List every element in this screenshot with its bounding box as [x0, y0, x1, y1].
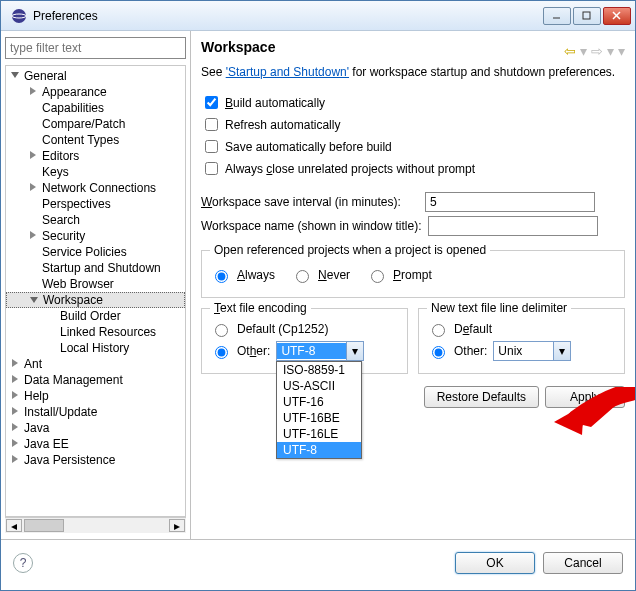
tree-item[interactable]: Search [6, 212, 185, 228]
tree-item[interactable]: Appearance [6, 84, 185, 100]
tree-item[interactable]: Help [6, 388, 185, 404]
encoding-option[interactable]: US-ASCII [277, 378, 361, 394]
tree-item[interactable]: Java EE [6, 436, 185, 452]
default-delim-radio[interactable] [432, 324, 445, 337]
scroll-right-icon[interactable]: ▸ [169, 519, 185, 532]
dropdown-icon[interactable]: ▾ [553, 342, 570, 360]
triangle-right-icon [10, 390, 20, 400]
wsname-input[interactable] [428, 216, 598, 236]
tree-label: Content Types [42, 133, 119, 147]
tree-item[interactable]: Install/Update [6, 404, 185, 420]
encoding-option[interactable]: UTF-16 [277, 394, 361, 410]
tree-horizontal-scrollbar[interactable]: ◂ ▸ [5, 517, 186, 533]
triangle-right-icon [28, 230, 38, 240]
tree-item[interactable]: Startup and Shutdown [6, 260, 185, 276]
tree-item[interactable]: Java Persistence [6, 452, 185, 468]
triangle-right-icon [10, 358, 20, 368]
save-before-build-checkbox[interactable] [205, 140, 218, 153]
tree-item[interactable]: Build Order [6, 308, 185, 324]
tree-item[interactable]: Local History [6, 340, 185, 356]
always-label: AlwaysAlways [237, 268, 275, 282]
restore-defaults-button[interactable]: Restore Defaults [424, 386, 539, 408]
encoding-option[interactable]: UTF-16BE [277, 410, 361, 426]
close-unrelated-checkbox[interactable] [205, 162, 218, 175]
window-title: Preferences [33, 9, 543, 23]
tree-item-workspace[interactable]: Workspace [6, 292, 185, 308]
view-menu-icon[interactable]: ▾ [618, 43, 625, 59]
encoding-option[interactable]: UTF-8 [277, 442, 361, 458]
default-encoding-radio[interactable] [215, 324, 228, 337]
prompt-label: PromptPrompt [393, 268, 432, 282]
default-encoding-label: Default (Cp1252) [237, 322, 328, 336]
see-line: See 'Startup and Shutdown' for workspace… [201, 65, 625, 79]
scroll-left-icon[interactable]: ◂ [6, 519, 22, 532]
refresh-auto-checkbox[interactable] [205, 118, 218, 131]
tree-item[interactable]: Content Types [6, 132, 185, 148]
encoding-dropdown[interactable]: ISO-8859-1 US-ASCII UTF-16 UTF-16BE UTF-… [276, 361, 362, 459]
startup-shutdown-link[interactable]: 'Startup and Shutdown' [226, 65, 349, 79]
delimiter-group: New text file line delimiterNew text fil… [418, 308, 625, 374]
dialog-footer: ? OK Cancel [1, 539, 635, 585]
tree-item[interactable]: Java [6, 420, 185, 436]
tree-item[interactable]: Linked Resources [6, 324, 185, 340]
tree-item[interactable]: Editors [6, 148, 185, 164]
titlebar[interactable]: Preferences [1, 1, 635, 31]
tree-label: Capabilities [42, 101, 104, 115]
open-referenced-group: Open referenced projects when a project … [201, 250, 625, 298]
forward-menu-icon[interactable]: ▾ [607, 43, 614, 59]
tree-label: Data Management [24, 373, 123, 387]
filter-input[interactable] [5, 37, 186, 59]
delimiter-combo[interactable]: Unix ▾ [493, 341, 571, 361]
tree-item-general[interactable]: General [6, 68, 185, 84]
tree-item[interactable]: Service Policies [6, 244, 185, 260]
encoding-value: UTF-8 [277, 343, 346, 359]
cancel-button[interactable]: Cancel [543, 552, 623, 574]
other-encoding-radio[interactable] [215, 346, 228, 359]
interval-input[interactable] [425, 192, 595, 212]
apply-button[interactable]: Apply [545, 386, 625, 408]
other-delim-radio[interactable] [432, 346, 445, 359]
triangle-right-icon [10, 438, 20, 448]
close-unrelated-label: Always close unrelated projects without … [225, 162, 475, 176]
other-delim-label: Other: [454, 344, 487, 358]
close-button[interactable] [603, 7, 631, 25]
tree-item[interactable]: Capabilities [6, 100, 185, 116]
tree-item[interactable]: Ant [6, 356, 185, 372]
forward-icon[interactable]: ⇨ [591, 43, 603, 59]
tree-label: Editors [42, 149, 79, 163]
tree-item[interactable]: Network Connections [6, 180, 185, 196]
see-suffix: for workspace startup and shutdown prefe… [349, 65, 615, 79]
minimize-button[interactable] [543, 7, 571, 25]
never-radio[interactable] [296, 270, 309, 283]
ok-button[interactable]: OK [455, 552, 535, 574]
scroll-thumb[interactable] [24, 519, 64, 532]
help-icon[interactable]: ? [13, 553, 33, 573]
always-radio[interactable] [215, 270, 228, 283]
button-label: OK [486, 556, 503, 570]
tree-item[interactable]: Data Management [6, 372, 185, 388]
encoding-combo[interactable]: UTF-8 ▾ [276, 341, 364, 361]
tree-label: Local History [60, 341, 129, 355]
tree-item[interactable]: Web Browser [6, 276, 185, 292]
tree-item[interactable]: Perspectives [6, 196, 185, 212]
tree-label: Help [24, 389, 49, 403]
maximize-button[interactable] [573, 7, 601, 25]
back-icon[interactable]: ⇦ [564, 43, 576, 59]
encoding-option[interactable]: UTF-16LE [277, 426, 361, 442]
encoding-legend: Text file encodingText file encoding [210, 301, 311, 315]
build-auto-label: BBuild automaticallyuild automatically [225, 96, 325, 110]
tree-item[interactable]: Security [6, 228, 185, 244]
tree-item[interactable]: Compare/Patch [6, 116, 185, 132]
tree-label: General [24, 69, 67, 83]
tree-label: Ant [24, 357, 42, 371]
prompt-radio[interactable] [371, 270, 384, 283]
build-auto-checkbox[interactable] [205, 96, 218, 109]
right-panel: Workspace ⇦▾ ⇨▾ ▾ See 'Startup and Shutd… [191, 31, 635, 539]
preferences-tree[interactable]: General Appearance Capabilities Compare/… [5, 65, 186, 517]
back-menu-icon[interactable]: ▾ [580, 43, 587, 59]
encoding-group: Text file encodingText file encoding Def… [201, 308, 408, 374]
tree-item[interactable]: Keys [6, 164, 185, 180]
dropdown-icon[interactable]: ▾ [346, 342, 363, 360]
encoding-option[interactable]: ISO-8859-1 [277, 362, 361, 378]
tree-label: Compare/Patch [42, 117, 125, 131]
